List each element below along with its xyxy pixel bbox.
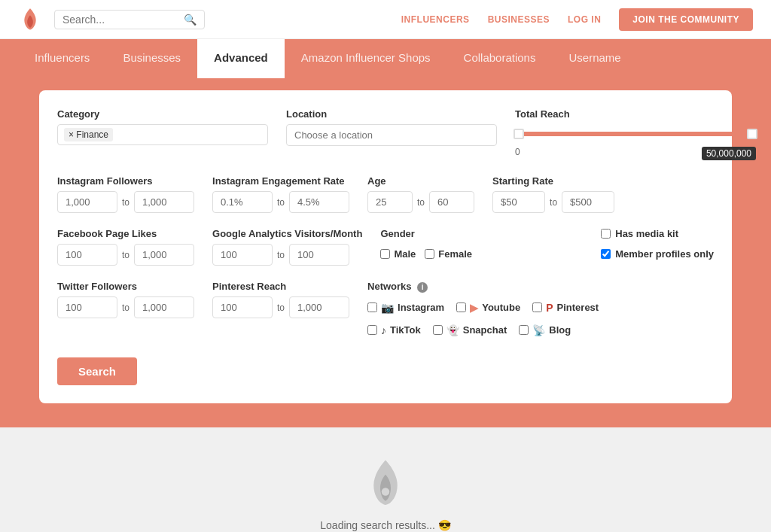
starting-rate-label: Starting Rate — [492, 175, 614, 187]
twitter-group: Twitter Followers to — [57, 281, 194, 318]
reach-slider[interactable] — [515, 132, 756, 136]
ga-to-input[interactable] — [289, 244, 349, 266]
age-range: to — [367, 191, 474, 213]
facebook-to-input[interactable] — [134, 244, 194, 266]
global-search-box[interactable]: 🔍 — [54, 10, 205, 29]
blog-icon: 📡 — [532, 324, 545, 336]
networks-label: Networks i — [367, 281, 599, 293]
networks-group: Networks i 📷 Instagram ▶ Youtube — [367, 281, 599, 336]
media-kit-item[interactable]: Has media kit — [601, 228, 714, 239]
media-kit-label: Has media kit — [615, 228, 678, 239]
loading-text: Loading search results... 😎 — [320, 519, 450, 531]
tab-collaborations[interactable]: Collaborations — [447, 39, 553, 78]
nav-login[interactable]: LOG IN — [568, 14, 601, 25]
ga-from-input[interactable] — [212, 244, 273, 266]
female-checkbox-item[interactable]: Female — [425, 248, 472, 260]
age-from-input[interactable] — [367, 191, 413, 213]
pinterest-to-label: to — [277, 302, 285, 313]
blog-network-label: Blog — [549, 324, 571, 336]
female-checkbox[interactable] — [425, 249, 434, 259]
gender-group: Gender Male Female — [380, 228, 472, 260]
category-input[interactable]: × Finance — [57, 124, 268, 145]
instagram-icon: 📷 — [381, 302, 394, 314]
ga-group: Google Analytics Visitors/Month to — [212, 228, 362, 266]
ga-range: to — [212, 244, 362, 266]
media-kit-checkbox[interactable] — [601, 229, 611, 239]
engagement-group: Instagram Engagement Rate to — [212, 175, 349, 213]
slider-thumb-right[interactable] — [747, 129, 757, 139]
right-options-group: Has media kit Member profiles only — [601, 228, 714, 260]
network-instagram[interactable]: 📷 Instagram — [367, 302, 444, 314]
search-panel: Category × Finance Location Total Reach — [39, 90, 732, 403]
pinterest-range: to — [212, 296, 349, 318]
age-to-label: to — [417, 197, 425, 208]
instagram-from-input[interactable] — [57, 191, 117, 213]
networks-row-2: ♪ TikTok 👻 Snapchat 📡 Blog — [367, 324, 599, 336]
network-blog[interactable]: 📡 Blog — [519, 324, 571, 336]
member-profiles-label: Member profiles only — [615, 248, 714, 260]
reach-min: 0 — [515, 147, 520, 160]
engagement-to-input[interactable] — [289, 191, 349, 213]
nav-influencers[interactable]: INFLUENCERS — [401, 14, 470, 25]
twitter-range: to — [57, 296, 194, 318]
tab-amazon[interactable]: Amazon Influencer Shops — [285, 39, 447, 78]
twitter-from-input[interactable] — [57, 296, 117, 318]
tab-businesses[interactable]: Businesses — [106, 39, 197, 78]
nav-businesses[interactable]: BUSINESSES — [488, 14, 550, 25]
pinterest-from-input[interactable] — [212, 296, 273, 318]
tab-username[interactable]: Username — [552, 39, 637, 78]
rate-to-input[interactable] — [562, 191, 614, 213]
male-checkbox-item[interactable]: Male — [380, 248, 416, 260]
networks-row-1: 📷 Instagram ▶ Youtube P Pinterest — [367, 302, 599, 314]
youtube-network-label: Youtube — [482, 302, 520, 313]
male-label: Male — [394, 248, 416, 260]
member-profiles-checkbox[interactable] — [601, 249, 611, 259]
search-button[interactable]: Search — [57, 357, 137, 385]
tab-influencers[interactable]: Influencers — [18, 39, 106, 78]
header-nav: INFLUENCERS BUSINESSES LOG IN JOIN THE C… — [401, 8, 753, 31]
facebook-group: Facebook Page Likes to — [57, 228, 194, 266]
tiktok-checkbox[interactable] — [367, 325, 377, 335]
loading-section: Loading search results... 😎 — [320, 458, 450, 531]
form-row-1: Category × Finance Location Total Reach — [57, 108, 714, 160]
snapchat-icon: 👻 — [446, 324, 459, 336]
tab-advanced[interactable]: Advanced — [197, 39, 285, 78]
facebook-from-input[interactable] — [57, 244, 117, 266]
tiktok-network-label: TikTok — [390, 324, 421, 336]
content-area: Loading search results... 😎 Top 10 Influ… — [0, 427, 771, 533]
form-row-2: Instagram Followers to Instagram Engagem… — [57, 175, 714, 213]
member-profiles-item[interactable]: Member profiles only — [601, 248, 714, 260]
global-search-input[interactable] — [62, 14, 184, 26]
blog-checkbox[interactable] — [519, 325, 529, 335]
pinterest-network-checkbox[interactable] — [532, 302, 542, 312]
slider-thumb-left[interactable] — [513, 129, 524, 139]
location-group: Location — [286, 108, 497, 146]
twitter-to-label: to — [122, 302, 130, 313]
youtube-checkbox[interactable] — [456, 302, 466, 312]
instagram-checkbox[interactable] — [367, 302, 377, 312]
instagram-to-input[interactable] — [134, 191, 194, 213]
loading-flame-icon — [363, 458, 408, 510]
rate-to-label: to — [550, 197, 557, 208]
age-to-input[interactable] — [429, 191, 474, 213]
network-tiktok[interactable]: ♪ TikTok — [367, 324, 421, 336]
snapchat-checkbox[interactable] — [433, 325, 443, 335]
age-label: Age — [367, 175, 474, 187]
network-youtube[interactable]: ▶ Youtube — [456, 302, 520, 314]
location-input[interactable] — [286, 124, 497, 146]
join-button[interactable]: JOIN THE COMMUNITY — [619, 8, 753, 31]
engagement-range: to — [212, 191, 349, 213]
networks-info-icon[interactable]: i — [417, 282, 428, 293]
network-pinterest[interactable]: P Pinterest — [532, 302, 599, 314]
rate-from-input[interactable] — [492, 191, 545, 213]
male-checkbox[interactable] — [380, 249, 390, 259]
starting-rate-group: Starting Rate to — [492, 175, 614, 213]
logo — [18, 8, 42, 32]
facebook-range: to — [57, 244, 194, 266]
twitter-to-input[interactable] — [134, 296, 194, 318]
engagement-from-input[interactable] — [212, 191, 273, 213]
total-reach-group: Total Reach 0 50,000,000 — [515, 108, 756, 160]
network-snapchat[interactable]: 👻 Snapchat — [433, 324, 507, 336]
pinterest-to-input[interactable] — [289, 296, 349, 318]
category-tag[interactable]: × Finance — [64, 128, 113, 141]
